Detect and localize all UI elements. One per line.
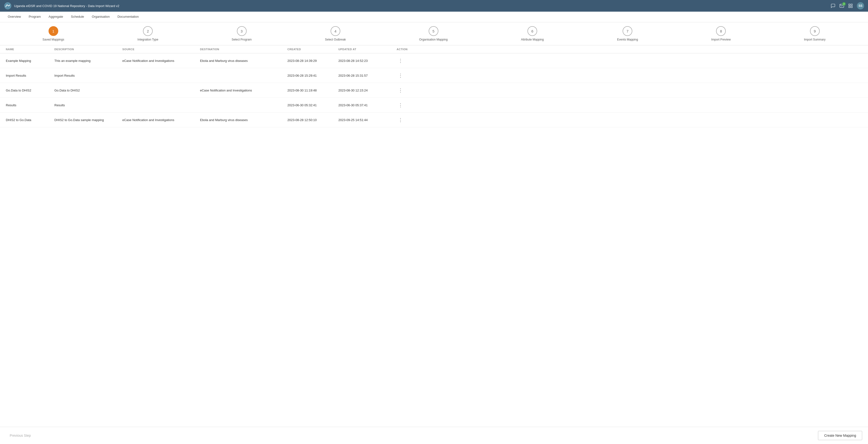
step-circle-8: 8 (716, 26, 726, 36)
cell-name: Example Mapping (6, 59, 54, 63)
step-label-9: Import Summary (804, 38, 826, 41)
cell-name: Results (6, 103, 54, 107)
cell-name: Import Results (6, 74, 54, 77)
col-source: SOURCE (122, 48, 200, 51)
user-avatar[interactable]: SS (857, 2, 864, 9)
cell-description: DHIS2 to Go.Data sample mapping (54, 118, 122, 122)
table-row: Import ResultsImport Results2023-06-28 1… (0, 68, 868, 83)
table-header: NAME DESCRIPTION SOURCE DESTINATION CREA… (0, 45, 868, 53)
cell-updatedAt: 2023-09-25 14:51:44 (338, 118, 397, 122)
wizard-step-4[interactable]: 4Select Outbreak (325, 26, 346, 41)
nav-item-program[interactable]: Program (25, 12, 45, 22)
table-row: Example MappingThis an example mappingeC… (0, 53, 868, 68)
cell-created: 2023-06-30 05:32:41 (287, 103, 338, 107)
cell-action: ⋮ (397, 86, 416, 94)
main-content: NAME DESCRIPTION SOURCE DESTINATION CREA… (0, 45, 868, 427)
cell-action: ⋮ (397, 57, 416, 65)
cell-name: Go.Data to DHIS2 (6, 89, 54, 92)
cell-destination: Ebola and Marburg virus diseases (200, 59, 287, 63)
cell-name: DHIS2 to Go.Data (6, 118, 54, 122)
nav-item-documentation[interactable]: Documentation (114, 12, 143, 22)
cell-action: ⋮ (397, 71, 416, 80)
svg-rect-1 (849, 4, 850, 6)
step-circle-9: 9 (810, 26, 820, 36)
cell-action: ⋮ (397, 116, 416, 124)
step-label-2: Integration Type (137, 38, 158, 41)
cell-created: 2023-08-30 11:19:48 (287, 89, 338, 92)
mappings-table: NAME DESCRIPTION SOURCE DESTINATION CREA… (0, 45, 868, 127)
nav-item-schedule[interactable]: Schedule (67, 12, 88, 22)
col-updated: UPDATED AT (338, 48, 397, 51)
table-row: DHIS2 to Go.DataDHIS2 to Go.Data sample … (0, 113, 868, 127)
col-destination: DESTINATION (200, 48, 287, 51)
step-label-8: Import Preview (711, 38, 731, 41)
cell-description: Go.Data to DHIS2 (54, 89, 122, 92)
step-circle-5: 5 (429, 26, 438, 36)
mail-icon[interactable]: 2 (839, 3, 844, 8)
wizard-step-5[interactable]: 5Organisation Mapping (419, 26, 447, 41)
row-action-button[interactable]: ⋮ (397, 116, 404, 124)
wizard-step-9[interactable]: 9Import Summary (804, 26, 826, 41)
cell-source: eCase Notification and Investigations (122, 118, 200, 122)
step-circle-7: 7 (623, 26, 632, 36)
wizard-step-7[interactable]: 7Events Mapping (617, 26, 638, 41)
wizard-step-6[interactable]: 6Attribute Mapping (521, 26, 544, 41)
col-name: NAME (6, 48, 54, 51)
wizard-step-1[interactable]: 1Saved Mappings (42, 26, 64, 41)
col-action: ACTION (397, 48, 416, 51)
nav-item-overview[interactable]: Overview (4, 12, 25, 22)
step-circle-2: 2 (143, 26, 153, 36)
nav-item-aggregate[interactable]: Aggregate (45, 12, 67, 22)
svg-rect-4 (851, 6, 852, 8)
mail-badge: 2 (842, 2, 846, 6)
grid-icon[interactable] (848, 3, 853, 8)
step-circle-1: 1 (49, 26, 58, 36)
cell-updatedAt: 2023-06-28 15:31:57 (338, 74, 397, 77)
step-circle-6: 6 (527, 26, 537, 36)
nav-item-organisation[interactable]: Organisation (88, 12, 114, 22)
cell-created: 2023-08-28 12:50:10 (287, 118, 338, 122)
cell-updatedAt: 2023-06-30 05:37:41 (338, 103, 397, 107)
cell-updatedAt: 2023-08-30 12:15:24 (338, 89, 397, 92)
col-created: CREATED (287, 48, 338, 51)
cell-destination: eCase Notification and Investigations (200, 89, 287, 92)
cell-description: Import Results (54, 74, 122, 77)
row-action-button[interactable]: ⋮ (397, 57, 404, 65)
app-logo (4, 2, 12, 10)
step-label-3: Select Program (231, 38, 252, 41)
col-description: DESCRIPTION (54, 48, 122, 51)
cell-description: Results (54, 103, 122, 107)
row-action-button[interactable]: ⋮ (397, 71, 404, 80)
step-circle-3: 3 (237, 26, 247, 36)
wizard-step-3[interactable]: 3Select Program (231, 26, 252, 41)
footer: Previous Step Create New Mapping (0, 427, 868, 444)
step-label-7: Events Mapping (617, 38, 638, 41)
cell-source: eCase Notification and Investigations (122, 59, 200, 63)
nav-menu: OverviewProgramAggregateScheduleOrganisa… (0, 12, 868, 22)
top-header: Uganda eIDSR and COVID 19 National Repos… (0, 0, 868, 12)
step-label-4: Select Outbreak (325, 38, 346, 41)
header-left: Uganda eIDSR and COVID 19 National Repos… (4, 2, 119, 10)
row-action-button[interactable]: ⋮ (397, 86, 404, 94)
step-label-5: Organisation Mapping (419, 38, 447, 41)
cell-created: 2023-06-28 15:29:41 (287, 74, 338, 77)
wizard-step-8[interactable]: 8Import Preview (711, 26, 731, 41)
chat-icon[interactable] (831, 3, 835, 8)
cell-destination: Ebola and Marburg virus diseases (200, 118, 287, 122)
table-row: ResultsResults2023-06-30 05:32:412023-06… (0, 98, 868, 113)
cell-created: 2023-08-28 14:39:29 (287, 59, 338, 63)
step-label-6: Attribute Mapping (521, 38, 544, 41)
wizard-steps: 1Saved Mappings2Integration Type3Select … (0, 22, 868, 45)
row-action-button[interactable]: ⋮ (397, 101, 404, 109)
table-rows: Example MappingThis an example mappingeC… (0, 53, 868, 127)
wizard-step-2[interactable]: 2Integration Type (137, 26, 158, 41)
svg-rect-2 (851, 4, 852, 6)
table-row: Go.Data to DHIS2Go.Data to DHIS2eCase No… (0, 83, 868, 98)
cell-action: ⋮ (397, 101, 416, 109)
create-new-mapping-button[interactable]: Create New Mapping (818, 431, 862, 440)
app-title: Uganda eIDSR and COVID 19 National Repos… (14, 4, 119, 8)
cell-description: This an example mapping (54, 59, 122, 63)
step-label-1: Saved Mappings (42, 38, 64, 41)
cell-updatedAt: 2023-08-28 14:52:23 (338, 59, 397, 63)
previous-step-button[interactable]: Previous Step (6, 431, 35, 440)
